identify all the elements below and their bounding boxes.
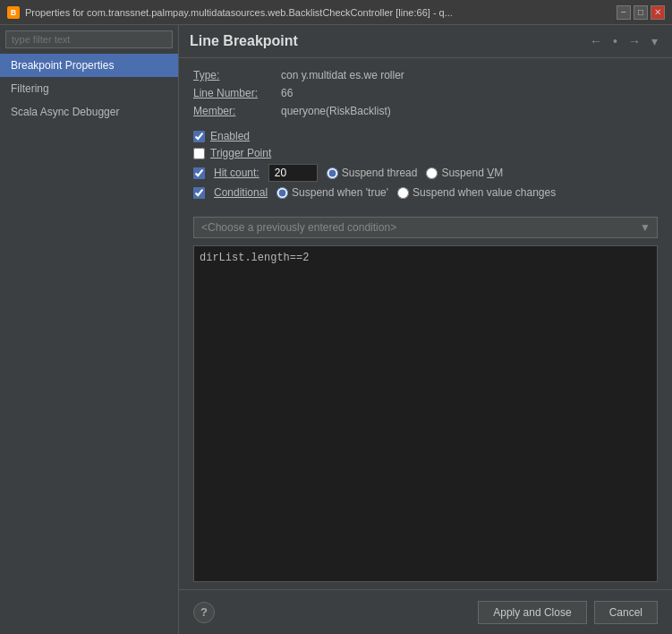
line-number-value: 66	[281, 87, 293, 99]
suspend-when-changes-radio[interactable]	[397, 187, 409, 199]
filter-input-wrap	[0, 25, 178, 54]
sidebar-item-breakpoint-properties[interactable]: Breakpoint Properties	[0, 54, 178, 77]
dialog-body: Breakpoint Properties Filtering Scala As…	[0, 25, 672, 634]
hit-count-checkbox[interactable]	[193, 167, 205, 179]
type-value: con y.multidat es.we roller	[281, 69, 404, 81]
condition-textarea[interactable]: dirList.length==2	[193, 245, 658, 582]
main-content: Line Breakpoint ← • → ▾ Type: con y.mult…	[179, 25, 672, 634]
dropdown-container: <Choose a previously entered condition> …	[193, 217, 658, 238]
help-button[interactable]: ?	[193, 602, 215, 623]
suspend-thread-option[interactable]: Suspend thread	[327, 167, 418, 179]
conditional-label[interactable]: Conditional	[214, 186, 268, 199]
nav-forward-button[interactable]: →	[625, 32, 644, 50]
maximize-button[interactable]: □	[634, 5, 648, 20]
trigger-point-label[interactable]: Trigger Point	[210, 147, 271, 159]
nav-dot-button[interactable]: •	[609, 32, 621, 50]
filter-input[interactable]	[5, 30, 173, 48]
conditional-row: Conditional Suspend when 'true' Suspend …	[193, 186, 658, 199]
title-bar: B Properties for com.transsnet.palmpay.m…	[0, 0, 672, 25]
nav-down-button[interactable]: ▾	[648, 32, 661, 50]
suspend-when-true-radio[interactable]	[276, 187, 288, 199]
suspend-when-changes-label: Suspend when value changes	[413, 186, 556, 199]
suspend-when-changes-option[interactable]: Suspend when value changes	[397, 186, 556, 199]
suspend-vm-option[interactable]: Suspend VM	[426, 167, 503, 179]
close-button[interactable]: ✕	[651, 5, 665, 20]
title-bar-buttons: − □ ✕	[617, 5, 665, 20]
title-bar-text: Properties for com.transsnet.palmpay.mul…	[25, 7, 611, 18]
sidebar: Breakpoint Properties Filtering Scala As…	[0, 25, 179, 634]
dialog-footer: ? Apply and Close Cancel	[179, 589, 672, 634]
suspend-thread-radio[interactable]	[327, 167, 338, 179]
enabled-label[interactable]: Enabled	[210, 130, 250, 142]
footer-buttons: Apply and Close Cancel	[478, 601, 658, 624]
hit-count-row: Hit count: Suspend thread Suspend VM	[193, 164, 658, 182]
line-number-label: Line Number:	[193, 87, 274, 99]
member-value: queryone(RiskBacklist)	[281, 105, 391, 117]
hit-count-label[interactable]: Hit count:	[214, 167, 259, 179]
type-label: Type:	[193, 69, 274, 81]
type-row: Type: con y.multidat es.we roller	[193, 69, 658, 81]
condition-dropdown-wrap: <Choose a previously entered condition> …	[179, 217, 672, 245]
sidebar-items: Breakpoint Properties Filtering Scala As…	[0, 54, 178, 124]
hit-count-input[interactable]	[268, 164, 318, 182]
suspend-vm-radio[interactable]	[426, 167, 438, 179]
trigger-point-row: Trigger Point	[193, 147, 658, 159]
condition-dropdown[interactable]: <Choose a previously entered condition>	[193, 217, 658, 238]
suspend-when-true-label: Suspend when 'true'	[292, 186, 388, 199]
main-header: Line Breakpoint ← • → ▾	[179, 25, 672, 58]
conditional-checkbox[interactable]	[193, 187, 205, 199]
enabled-row: Enabled	[193, 130, 658, 142]
suspend-thread-label: Suspend thread	[342, 167, 418, 179]
line-number-row: Line Number: 66	[193, 87, 658, 99]
member-label: Member:	[193, 105, 274, 117]
suspend-vm-label: Suspend VM	[441, 167, 503, 179]
properties-area: Type: con y.multidat es.we roller Line N…	[179, 58, 672, 217]
enabled-checkbox[interactable]	[193, 131, 205, 142]
nav-back-button[interactable]: ←	[586, 32, 606, 50]
cancel-button[interactable]: Cancel	[594, 601, 658, 624]
apply-close-button[interactable]: Apply and Close	[478, 601, 586, 624]
nav-buttons: ← • → ▾	[586, 32, 661, 50]
sidebar-item-scala-async-debugger[interactable]: Scala Async Debugger	[0, 100, 178, 124]
member-row: Member: queryone(RiskBacklist)	[193, 105, 658, 117]
trigger-point-checkbox[interactable]	[193, 148, 205, 159]
sidebar-item-filtering[interactable]: Filtering	[0, 77, 178, 100]
dialog-icon: B	[7, 6, 20, 19]
main-title: Line Breakpoint	[190, 33, 586, 49]
minimize-button[interactable]: −	[617, 5, 631, 20]
suspend-when-true-option[interactable]: Suspend when 'true'	[276, 186, 388, 199]
